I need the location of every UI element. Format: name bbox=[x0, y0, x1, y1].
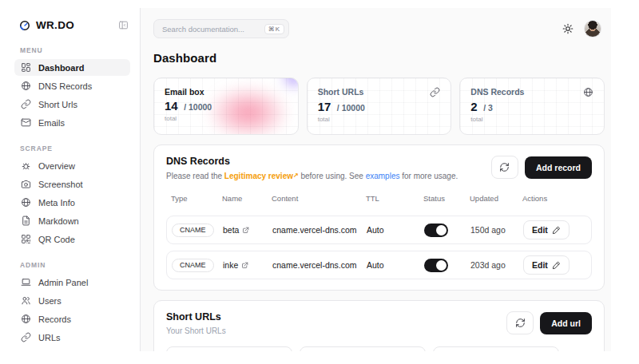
record-type-badge: CNAME bbox=[172, 224, 214, 237]
arrow-up-right-glyph: ↗ bbox=[293, 172, 299, 179]
sidebar-item-label: Meta Info bbox=[38, 198, 75, 208]
stat-card-value: 17 / 10000 bbox=[318, 100, 441, 114]
record-ttl: Auto bbox=[367, 225, 424, 235]
bug-icon bbox=[21, 160, 31, 171]
sidebar-item-dns-records[interactable]: DNS Records bbox=[14, 77, 130, 94]
brand-logo-icon bbox=[19, 20, 30, 31]
stat-card-caption: total bbox=[470, 116, 593, 123]
sidebar-item-users[interactable]: Users bbox=[14, 292, 130, 309]
main-content: Search documentation... ⌘K Dashboard Ema… bbox=[141, 8, 611, 351]
search-input[interactable]: Search documentation... ⌘K bbox=[153, 19, 289, 38]
sidebar-section-label-menu: MENU bbox=[20, 46, 130, 54]
edit-label: Edit bbox=[532, 260, 548, 270]
add-url-button[interactable]: Add url bbox=[540, 312, 592, 334]
link-icon bbox=[21, 332, 31, 342]
users-icon bbox=[21, 295, 31, 306]
dashboard-icon bbox=[21, 62, 31, 73]
camera-icon bbox=[21, 179, 31, 189]
sidebar-item-label: Admin Panel bbox=[38, 278, 88, 287]
globe-icon bbox=[21, 197, 31, 208]
dns-panel-header: DNS Records Please read the Legitimacy r… bbox=[166, 156, 592, 180]
sidebar-item-overview[interactable]: Overview bbox=[14, 157, 130, 174]
short-urls-filters bbox=[166, 346, 592, 351]
sidebar-item-meta-info[interactable]: Meta Info bbox=[14, 194, 130, 211]
dns-panel-description: Please read the Legitimacy review↗ befor… bbox=[166, 172, 458, 180]
page-title: Dashboard bbox=[153, 51, 605, 65]
sidebar-item-label: QR Code bbox=[38, 235, 75, 244]
record-name-link[interactable]: beta bbox=[223, 225, 272, 235]
column-header-status: Status bbox=[423, 194, 470, 203]
stat-card-caption: total bbox=[165, 115, 288, 122]
sidebar-item-qr-code[interactable]: QR Code bbox=[14, 231, 130, 247]
stat-value-number: 17 bbox=[318, 100, 331, 113]
stat-card-header: Short URLs bbox=[318, 87, 441, 97]
record-name-link[interactable]: inke bbox=[223, 260, 272, 270]
logo[interactable]: WR.DO bbox=[14, 16, 130, 33]
column-header-content: Content bbox=[272, 194, 366, 203]
sidebar-section-label-scrape: SCRAPE bbox=[20, 144, 130, 152]
stat-card-value: 14 / 10000 bbox=[165, 99, 288, 113]
add-record-button[interactable]: Add record bbox=[525, 156, 592, 179]
sidebar-item-emails[interactable]: Emails bbox=[14, 114, 130, 131]
search-by-user-name-input[interactable] bbox=[433, 346, 559, 351]
stat-value-number: 14 bbox=[165, 99, 178, 113]
dns-panel-titles: DNS Records Please read the Legitimacy r… bbox=[166, 156, 458, 180]
sidebar-item-label: Short Urls bbox=[38, 100, 77, 109]
status-toggle[interactable] bbox=[424, 259, 448, 272]
sidebar-item-label: Emails bbox=[38, 118, 65, 128]
legitimacy-review-link[interactable]: Legitimacy review bbox=[224, 172, 293, 180]
qr-code-icon bbox=[21, 234, 31, 244]
app-name: WR.DO bbox=[36, 19, 74, 31]
sidebar-collapse-button[interactable] bbox=[118, 20, 129, 30]
column-header-actions: Actions bbox=[522, 194, 587, 203]
stat-card-short-urls: Short URLs 17 / 10000 total bbox=[307, 77, 452, 135]
stat-value-number: 2 bbox=[470, 100, 477, 113]
stat-card-dns-records: DNS Records 2 / 3 total bbox=[459, 77, 605, 135]
refresh-button[interactable] bbox=[506, 311, 534, 334]
search-by-target-input[interactable] bbox=[300, 346, 426, 351]
table-row: CNAME inke cname.vercel-dns.com Auto 203… bbox=[166, 251, 592, 279]
topbar: Search documentation... ⌘K bbox=[153, 19, 605, 38]
sidebar-item-short-urls[interactable]: Short Urls bbox=[14, 96, 130, 113]
sidebar-item-markdown[interactable]: Markdown bbox=[14, 212, 130, 229]
sidebar-item-label: Users bbox=[38, 296, 62, 306]
keyboard-shortcut-badge: ⌘K bbox=[264, 24, 284, 34]
edit-label: Edit bbox=[532, 225, 548, 235]
link-icon bbox=[21, 99, 31, 109]
sidebar: WR.DO MENU Dashboard DNS Records Short U… bbox=[5, 8, 141, 351]
user-avatar[interactable] bbox=[584, 20, 601, 38]
dns-panel-actions: Add record bbox=[491, 156, 592, 179]
stat-card-header: DNS Records bbox=[470, 87, 593, 97]
mail-icon bbox=[21, 117, 31, 128]
external-link-icon bbox=[241, 262, 248, 269]
sidebar-section-label-admin: ADMIN bbox=[20, 261, 130, 269]
stat-card-value: 2 / 3 bbox=[470, 100, 593, 114]
stat-card-email-box: Email box 14 / 10000 total bbox=[153, 77, 299, 135]
topbar-actions bbox=[562, 20, 605, 38]
examples-link[interactable]: examples bbox=[366, 172, 400, 180]
edit-record-button[interactable]: Edit bbox=[523, 255, 570, 275]
search-placeholder: Search documentation... bbox=[162, 25, 260, 34]
status-toggle[interactable] bbox=[424, 224, 448, 237]
search-by-slug-input[interactable] bbox=[166, 346, 292, 351]
desc-text: Please read the bbox=[166, 172, 224, 180]
stat-value-limit: / 10000 bbox=[337, 103, 365, 113]
theme-toggle-button[interactable] bbox=[562, 23, 574, 34]
short-urls-titles: Short URLs Your Short URLs bbox=[166, 311, 226, 335]
stat-card-title: Email box bbox=[165, 87, 204, 97]
column-header-updated: Updated bbox=[470, 194, 522, 203]
sidebar-item-records[interactable]: Records bbox=[14, 311, 130, 327]
record-name: inke bbox=[223, 260, 238, 270]
edit-record-button[interactable]: Edit bbox=[523, 220, 570, 239]
sidebar-item-urls[interactable]: URLs bbox=[14, 329, 130, 346]
column-header-name: Name bbox=[222, 194, 272, 203]
stat-card-title: DNS Records bbox=[470, 87, 524, 97]
sidebar-item-dashboard[interactable]: Dashboard bbox=[14, 59, 130, 76]
sidebar-item-label: DNS Records bbox=[38, 81, 92, 91]
refresh-button[interactable] bbox=[491, 156, 518, 179]
sidebar-item-screenshot[interactable]: Screenshot bbox=[14, 176, 130, 192]
column-header-type: Type bbox=[171, 194, 222, 203]
table-row: CNAME beta cname.vercel-dns.com Auto 150… bbox=[166, 216, 592, 244]
sidebar-item-admin-panel[interactable]: Admin Panel bbox=[14, 274, 130, 291]
stat-value-limit: / 10000 bbox=[184, 102, 212, 112]
